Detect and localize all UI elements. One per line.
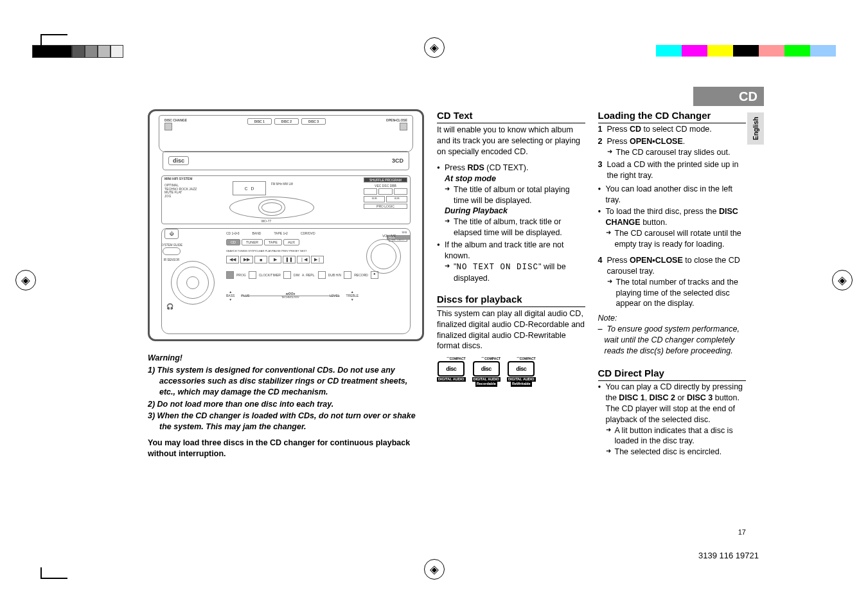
warning-block: Warning! 1) This system is designed for … — [148, 353, 424, 459]
during-playback: During Playback — [445, 206, 585, 217]
cd-source-button: CD — [226, 239, 240, 245]
loading-step-2: 2Press OPEN•CLOSE. The CD carousel tray … — [598, 136, 747, 158]
cd-text-intro: It will enable you to know which album a… — [437, 125, 585, 157]
disc1-button: DISC 1 — [247, 118, 272, 125]
loading-note: Note: – To ensure good system performanc… — [598, 313, 747, 357]
direct-sub-1: A lit button indicates that a disc is lo… — [606, 425, 747, 447]
crop-mark — [40, 34, 67, 46]
discs-heading: Discs for playback — [437, 293, 585, 307]
discs-body: This system can play all digital audio C… — [437, 308, 585, 352]
warning-item-3: 3) When the CD changer is loaded with CD… — [148, 411, 424, 432]
device-diagram: DISC CHANGE DISC 1 DISC 2 DISC 3 OPEN•CL… — [148, 109, 424, 341]
cd-text-not-known: If the album and track title are not kno… — [437, 240, 585, 284]
open-close-label: OPEN•CLOSE — [386, 118, 407, 122]
language-tab: English — [747, 112, 764, 145]
loading-bullet-third-disc: To load the third disc, press the DISC C… — [598, 206, 747, 250]
disc3-button: DISC 3 — [301, 118, 326, 125]
direct-heading: CD Direct Play — [598, 367, 747, 381]
disc2-button: DISC 2 — [274, 118, 299, 125]
left-knob: 🎧 — [171, 261, 215, 305]
registration-mark-bottom: ◈ — [424, 559, 445, 580]
document-code: 3139 116 19721 — [698, 551, 759, 560]
registration-mark-right: ◈ — [832, 270, 853, 290]
volume-knob — [366, 239, 401, 274]
prev-icon: ❘◀ — [297, 256, 310, 263]
cd-text-press: Press RDS (CD TEXT). At stop mode The ti… — [437, 163, 585, 238]
direct-bullet: You can play a CD directly by pressing t… — [598, 382, 747, 458]
play-icon: ▶ — [269, 256, 281, 263]
volume-label: VOLUME — [382, 234, 396, 238]
at-stop-mode: At stop mode — [445, 173, 585, 184]
3cd-logo: 3CD — [392, 157, 403, 164]
warning-footnote: You may load three discs in the CD chang… — [148, 438, 424, 459]
crop-mark — [40, 567, 67, 579]
loading-step-3: 3Load a CD with the printed side up in t… — [598, 159, 747, 181]
rewind-icon: ◀◀ — [226, 256, 239, 263]
disc-logos: ⌒COMPACT disc DIGITAL AUDIO ⌒COMPACT dis… — [437, 357, 585, 387]
warning-item-2: 2) Do not load more than one disc into e… — [148, 399, 424, 410]
ffwd-icon: ▶▶ — [240, 256, 253, 263]
registration-mark-top: ◈ — [424, 37, 445, 58]
stop-mode-line: The title of album or total playing time… — [445, 184, 585, 206]
warning-item-1: 1) This system is designed for conventio… — [148, 365, 424, 398]
no-text-line: "NO TEXT ON DISC" will be displayed. — [445, 262, 585, 284]
registration-mark-left: ◈ — [15, 270, 36, 290]
page-number: 17 — [738, 528, 746, 536]
direct-sub-2: The selected disc is encircled. — [606, 447, 747, 458]
stop-icon: ■ — [254, 256, 267, 263]
loading-step-1: 1Press CD to select CD mode. — [598, 124, 747, 135]
loading-step-4: 4Press OPEN•CLOSE to close the CD carous… — [598, 255, 747, 309]
warning-title: Warning! — [148, 353, 424, 364]
page-header-tab: CD — [693, 87, 764, 106]
disc-change-label: DISC CHANGE — [164, 118, 187, 122]
loading-bullet-left-tray: You can load another disc in the left tr… — [598, 184, 747, 206]
loading-heading: Loading the CD Changer — [598, 109, 747, 123]
pause-icon: ❚❚ — [283, 256, 296, 263]
next-icon: ▶❘ — [311, 256, 324, 263]
during-line: The title of album, track title or elaps… — [445, 217, 585, 238]
disc-logo: disc — [168, 156, 189, 165]
cd-text-heading: CD Text — [437, 109, 585, 123]
